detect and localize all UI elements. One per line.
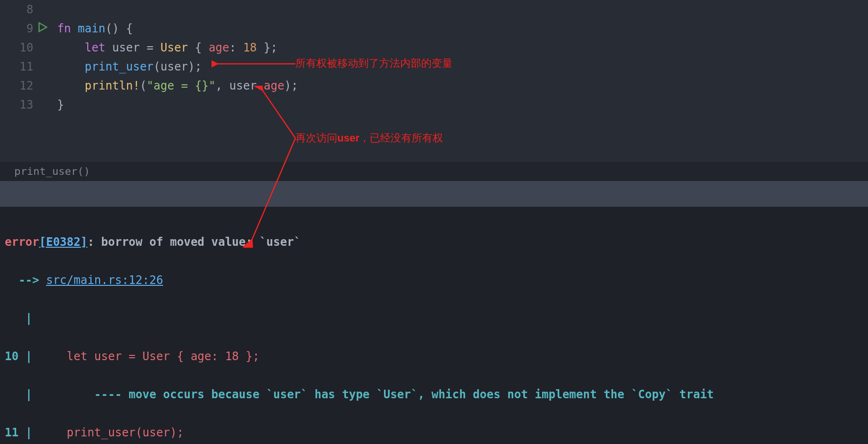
code-line[interactable]: print_user(user); — [57, 57, 298, 76]
error-line: error[E0382]: borrow of moved value: `us… — [5, 232, 863, 252]
line-number: 13 — [0, 95, 52, 114]
terminal-line: | — [5, 309, 863, 328]
code-line[interactable]: println!("age = {}", user.age); — [57, 76, 298, 95]
annotation-no-ownership: 再次访问user，已经没有所有权 — [295, 131, 443, 145]
line-number: 12 — [0, 76, 52, 95]
terminal-line: 10 | let user = User { age: 18 }; — [5, 347, 863, 366]
line-number: 11 — [0, 57, 52, 76]
code-editor[interactable]: 8 9 10 11 12 13 fn main() { let user = U… — [0, 0, 868, 162]
panel-divider — [0, 181, 868, 207]
annotation-ownership-moved: 所有权被移动到了方法内部的变量 — [295, 56, 453, 71]
breadcrumb[interactable]: print_user() — [0, 162, 868, 181]
run-icon[interactable] — [38, 22, 48, 34]
error-location: --> src/main.rs:12:26 — [5, 271, 863, 290]
line-number: 8 — [0, 0, 52, 19]
terminal-line: | ---- move occurs because `user` has ty… — [5, 385, 863, 404]
line-number: 10 — [0, 38, 52, 57]
code-line[interactable] — [57, 0, 298, 19]
code-line[interactable]: fn main() { — [57, 19, 298, 38]
code-area[interactable]: fn main() { let user = User { age: 18 };… — [57, 0, 298, 114]
terminal-line: 11 | print_user(user); — [5, 423, 863, 442]
terminal-output[interactable]: error[E0382]: borrow of moved value: `us… — [0, 207, 868, 444]
code-line[interactable]: } — [57, 95, 298, 114]
code-line[interactable]: let user = User { age: 18 }; — [57, 38, 298, 57]
